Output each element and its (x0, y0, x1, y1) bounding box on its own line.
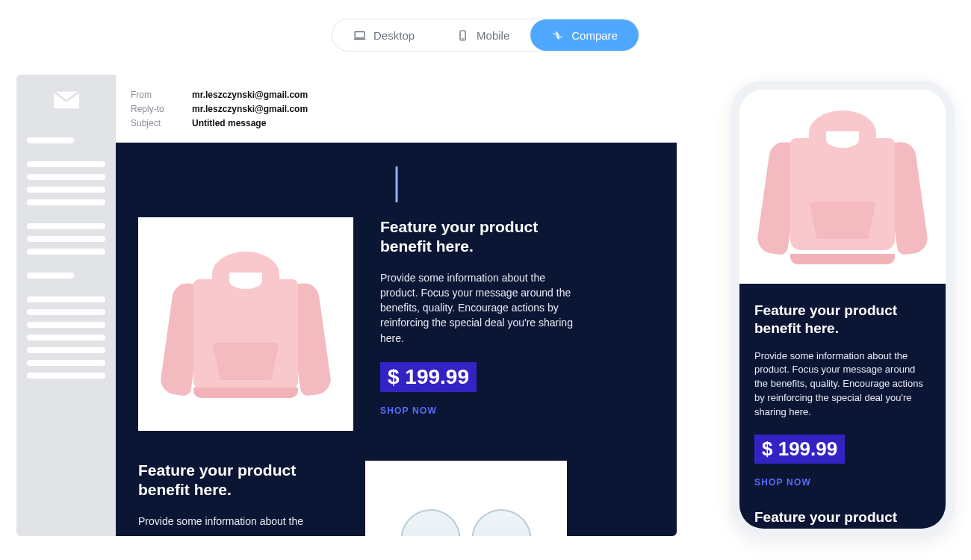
compare-icon (551, 29, 564, 42)
shop-now-link[interactable]: SHOP NOW (380, 405, 580, 416)
shop-now-link[interactable]: SHOP NOW (754, 477, 931, 488)
desktop-content: Frommr.leszczynski@gmail.com Reply-tomr.… (116, 75, 677, 536)
sidebar-line (27, 161, 105, 167)
replyto-value: mr.leszczynski@gmail.com (192, 102, 308, 116)
sidebar-line (27, 296, 105, 302)
shoes-illustration (391, 487, 541, 536)
view-compare-label: Compare (571, 29, 618, 42)
view-desktop-tab[interactable]: Desktop (332, 19, 435, 51)
email-body[interactable]: Feature your product benefit here. Provi… (116, 143, 677, 536)
laptop-icon (353, 29, 366, 42)
sidebar-line (27, 199, 105, 205)
svg-rect-0 (355, 31, 364, 38)
view-mobile-label: Mobile (477, 29, 509, 42)
sidebar-line (27, 236, 105, 242)
sidebar-line (27, 249, 105, 255)
svg-point-2 (462, 38, 463, 39)
sidebar-line (27, 137, 74, 143)
from-label: From (131, 88, 174, 102)
from-value: mr.leszczynski@gmail.com (192, 88, 308, 102)
product-block-2: Feature your product benefit here. Provi… (138, 461, 654, 536)
product-description: Provide some information about the (138, 514, 338, 529)
sidebar-line (27, 309, 105, 315)
mail-icon (54, 91, 79, 109)
desktop-preview-frame: Frommr.leszczynski@gmail.com Reply-tomr.… (16, 75, 677, 536)
product-block-1: Feature your product benefit here. Provi… (138, 217, 654, 431)
subject-value: Untitled message (192, 116, 266, 131)
mobile-preview-frame: Feature your product benefit here. Provi… (730, 81, 955, 538)
view-desktop-label: Desktop (373, 29, 415, 42)
sidebar-line (27, 347, 105, 353)
sidebar-line (27, 187, 105, 193)
mobile-content: Feature your product benefit here. Provi… (739, 284, 946, 529)
product-image-2 (365, 461, 567, 536)
product-title: Feature your product benefit here. (380, 217, 580, 257)
sidebar-line (27, 174, 105, 180)
mobile-product-image (739, 90, 946, 284)
product-price: $ 199.99 (380, 362, 477, 392)
product-title: Feature your product benefit here. (138, 461, 338, 500)
product-description: Provide some information about the produ… (754, 349, 931, 420)
hoodie-illustration (768, 105, 917, 269)
product-description: Provide some information about the produ… (380, 270, 580, 346)
sidebar-line (27, 373, 105, 379)
product-title-2: Feature your product (754, 508, 931, 526)
sidebar-line (27, 335, 105, 340)
sidebar-line (27, 223, 105, 229)
product-image-1 (138, 217, 353, 431)
replyto-label: Reply-to (131, 102, 174, 116)
inbox-sidebar (16, 75, 116, 536)
sidebar-line (27, 322, 105, 328)
sidebar-line (27, 360, 105, 366)
phone-icon (456, 29, 469, 42)
mail-header: Frommr.leszczynski@gmail.com Reply-tomr.… (116, 75, 677, 143)
accent-divider (395, 167, 397, 202)
sidebar-line (27, 273, 74, 279)
subject-label: Subject (131, 116, 174, 131)
view-toggle: Desktop Mobile Compare (332, 19, 639, 52)
mobile-scroll[interactable]: Feature your product benefit here. Provi… (739, 90, 946, 529)
view-compare-tab[interactable]: Compare (530, 19, 639, 51)
product-price: $ 199.99 (754, 435, 845, 464)
view-mobile-tab[interactable]: Mobile (435, 19, 530, 51)
product-title: Feature your product benefit here. (754, 302, 931, 337)
hoodie-illustration (171, 246, 320, 402)
